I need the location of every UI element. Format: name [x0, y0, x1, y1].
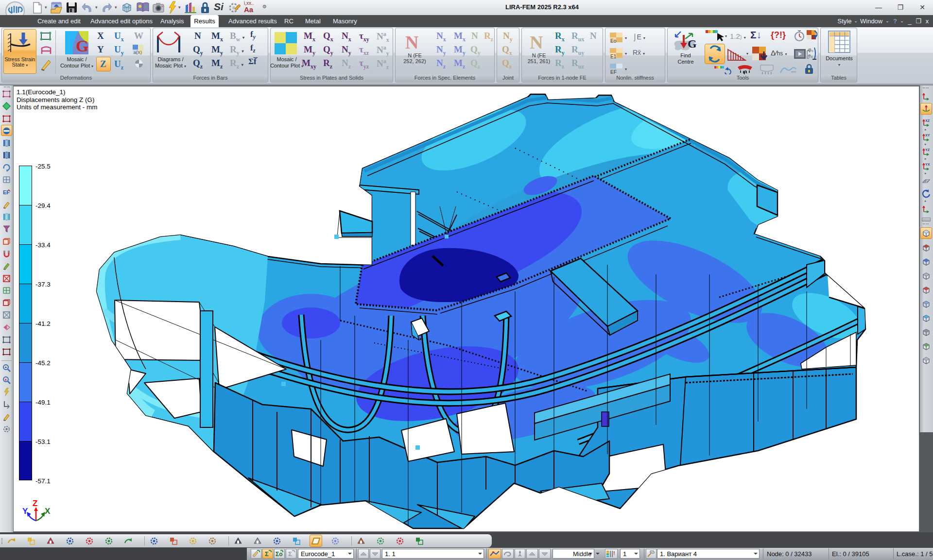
- svg-text:Σ: Σ: [265, 550, 269, 558]
- svg-text:+: +: [5, 365, 7, 370]
- svg-text:YX: YX: [925, 163, 930, 166]
- svg-text:x: x: [5, 377, 7, 382]
- svg-text:!: !: [613, 550, 615, 556]
- svg-text:φ₀: φ₀: [808, 47, 813, 52]
- svg-text:Σ: Σ: [288, 550, 292, 558]
- svg-text:XZ: XZ: [925, 119, 930, 122]
- svg-text:YZ: YZ: [925, 148, 930, 152]
- svg-text:G: G: [688, 37, 697, 50]
- svg-text:G: G: [76, 37, 88, 55]
- svg-text:a(X): a(X): [134, 50, 142, 55]
- svg-text:e₀: e₀: [808, 53, 813, 58]
- svg-text:Eo: Eo: [610, 38, 617, 44]
- svg-text:XY: XY: [925, 134, 930, 137]
- svg-text:E1: E1: [610, 54, 617, 59]
- svg-text:Σo: Σo: [276, 551, 283, 558]
